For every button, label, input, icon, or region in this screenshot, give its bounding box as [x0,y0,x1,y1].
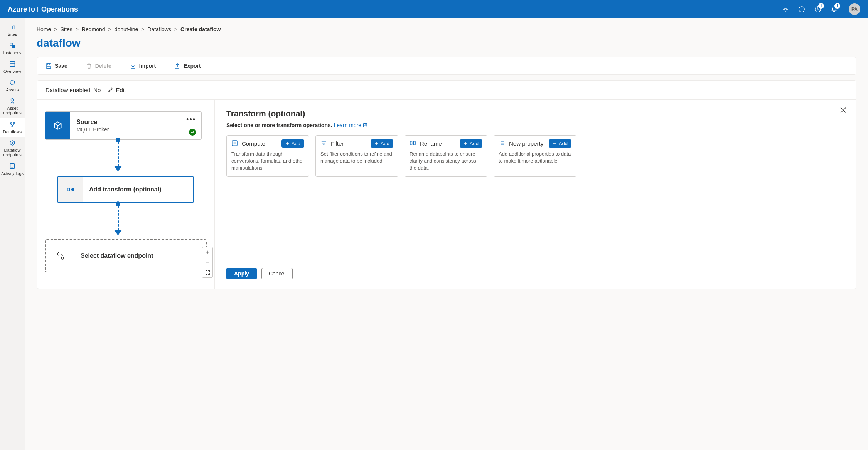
add-rename-button[interactable]: Add [460,139,482,148]
help-icon[interactable] [798,5,806,13]
source-subtitle: MQTT Broker [76,126,195,133]
breadcrumb-current: Create dataflow [180,26,221,32]
sidebar-item-dataflows[interactable]: Dataflows [0,118,25,137]
edit-button[interactable]: Edit [108,87,126,93]
sidebar-item-label: Instances [3,50,21,55]
cube-icon [45,112,70,139]
add-filter-button[interactable]: Add [371,139,393,148]
sidebar-item-label: Dataflow endpoints [1,148,24,157]
avatar[interactable]: PA [849,3,860,15]
breadcrumb-link[interactable]: Dataflows [147,26,171,32]
endpoint-icon [46,240,74,272]
svg-point-0 [785,8,787,10]
source-title: Source [76,119,195,126]
list-icon [499,140,505,148]
transform-card-rename: Rename Add Rename datapoints to ensure c… [405,135,487,177]
header-actions: 1 1 PA [782,3,860,15]
detail-title: Transform (optional) [226,109,844,118]
zoom-out-button[interactable]: − [202,257,212,267]
apply-button[interactable]: Apply [226,268,257,279]
content-card: Dataflow enabled: No Edit Source [37,80,856,289]
breadcrumb: Home> Sites> Redmond> donut-line> Datafl… [37,26,856,32]
svg-rect-5 [12,45,15,48]
svg-rect-20 [67,188,69,191]
sidebar-item-label: Activity logs [1,171,24,176]
endpoint-title: Select dataflow endpoint [81,252,200,259]
export-button[interactable]: Export [173,60,202,71]
more-icon[interactable]: ••• [186,116,196,124]
svg-rect-18 [47,64,50,65]
breadcrumb-link[interactable]: Sites [61,26,72,32]
transform-title: Add transform (optional) [89,186,187,193]
connector [114,201,122,235]
gear-icon[interactable] [782,5,789,13]
detail-hint: Select one or more transform operations.… [226,122,844,128]
sidebar-item-label: Dataflows [3,129,22,134]
connector [114,138,122,171]
sidebar-item-instances[interactable]: Instances [0,39,25,58]
sidebar-item-sites[interactable]: Sites [0,21,25,39]
zoom-in-button[interactable]: + [202,247,212,257]
detail-actions: Apply Cancel [226,252,844,279]
svg-rect-26 [413,141,415,144]
svg-point-22 [61,257,64,259]
breadcrumb-link[interactable]: Home [37,26,51,32]
sidebar-item-asset-endpoints[interactable]: Asset endpoints [0,95,25,118]
svg-rect-25 [410,141,412,144]
add-compute-button[interactable]: Add [281,139,304,148]
svg-rect-6 [10,62,15,67]
svg-point-10 [13,122,15,123]
svg-rect-2 [10,25,12,29]
transform-options: Compute Add Transform data through conve… [226,135,844,177]
close-icon[interactable] [840,107,847,115]
endpoint-node[interactable]: Select dataflow endpoint [45,239,207,272]
bell-badge: 1 [834,3,840,9]
checkmark-icon [189,129,196,136]
transform-node[interactable]: Add transform (optional) [57,176,194,203]
dataflow-canvas: Source MQTT Broker ••• [37,100,215,289]
main-content: Home> Sites> Redmond> donut-line> Datafl… [25,18,868,450]
detail-panel: Transform (optional) Select one or more … [215,100,856,289]
learn-more-link[interactable]: Learn more [334,122,367,128]
svg-point-9 [10,122,12,123]
breadcrumb-link[interactable]: Redmond [82,26,105,32]
dataflow-enabled-status: Dataflow enabled: No [46,87,101,93]
svg-rect-3 [13,26,15,29]
svg-point-8 [11,99,13,101]
zoom-fit-button[interactable] [202,267,212,277]
sidebar-item-dataflow-endpoints[interactable]: Dataflow endpoints [0,137,25,160]
zoom-controls: + − [202,247,213,278]
save-button[interactable]: Save [44,60,69,71]
sidebar-item-overview[interactable]: Overview [0,58,25,76]
source-node[interactable]: Source MQTT Broker ••• [45,111,202,140]
sidebar-item-label: Overview [3,69,21,74]
transform-card-newproperty: New property Add Add additional properti… [494,135,576,177]
import-button[interactable]: Import [128,60,158,71]
breadcrumb-link[interactable]: donut-line [115,26,138,32]
transform-card-compute: Compute Add Transform data through conve… [226,135,309,177]
rename-icon [410,140,416,148]
bell-icon[interactable]: 1 [830,5,838,13]
compute-icon [231,140,238,148]
app-header: Azure IoT Operations 1 1 PA [0,0,868,18]
add-newproperty-button[interactable]: Add [549,139,571,148]
transform-card-filter: Filter Add Set filter conditions to refi… [315,135,398,177]
sidebar-item-label: Sites [8,32,17,37]
status-row: Dataflow enabled: No Edit [37,81,856,100]
sidebar-item-assets[interactable]: Assets [0,76,25,95]
svg-rect-19 [47,66,50,68]
sidebar-item-label: Assets [6,87,19,92]
transform-icon [58,177,83,202]
page-title: dataflow [37,37,856,49]
diagnostics-icon[interactable]: 1 [814,5,822,13]
app-title: Azure IoT Operations [8,5,782,13]
cancel-button[interactable]: Cancel [261,268,293,279]
diagnostics-badge: 1 [818,3,824,9]
filter-icon [320,140,327,148]
sidebar-item-activity-logs[interactable]: Activity logs [0,160,25,178]
sidebar: Sites Instances Overview Assets Asset en… [0,18,25,450]
svg-point-12 [12,142,13,144]
delete-button: Delete [84,60,113,71]
toolbar: Save Delete Import Export [37,57,856,75]
svg-rect-21 [72,188,74,191]
